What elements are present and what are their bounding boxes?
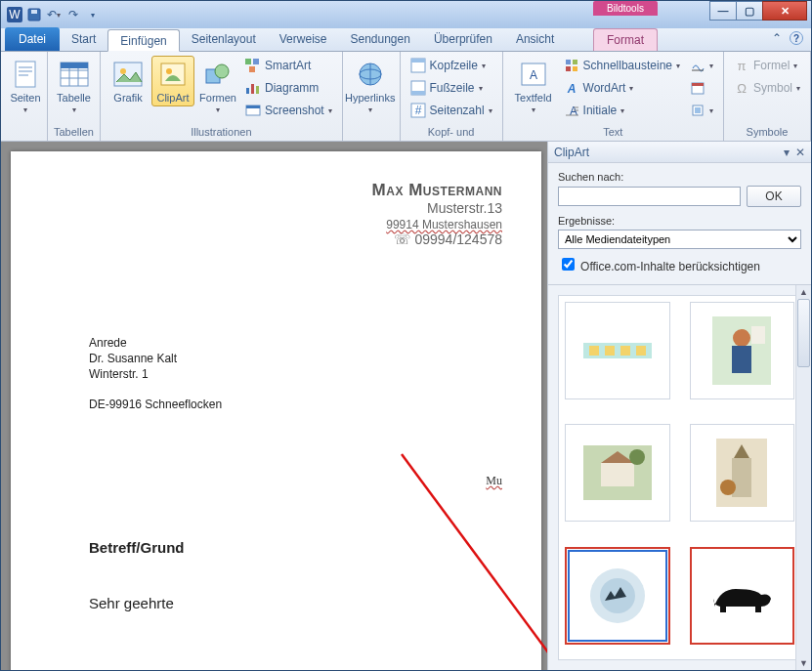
help-icon[interactable]: ?: [790, 31, 803, 45]
clipart-thumb-3[interactable]: [565, 424, 670, 522]
group-kopf-fusszeile: Kopfzeile▾ Fußzeile▾ #Seitenzahl▾ Kopf- …: [401, 52, 503, 141]
svg-rect-39: [566, 60, 571, 64]
minimize-button[interactable]: —: [709, 1, 737, 21]
tab-verweise[interactable]: Verweise: [268, 28, 339, 51]
group-tabellen: Tabelle ▾ Tabellen: [48, 52, 101, 141]
scroll-thumb[interactable]: [797, 299, 810, 367]
scroll-up-icon[interactable]: ▲: [796, 285, 811, 299]
diagramm-button[interactable]: Diagramm: [241, 78, 336, 98]
window-controls: — ▢ ✕: [710, 1, 807, 21]
group-text: A Textfeld ▾ Schnellbausteine▾ AWordArt▾…: [503, 52, 724, 141]
smartart-button[interactable]: SmartArt: [241, 56, 336, 75]
tabelle-button[interactable]: Tabelle ▾: [54, 56, 94, 117]
search-label: Suchen nach:: [558, 171, 801, 183]
svg-rect-40: [573, 60, 577, 64]
svg-rect-24: [251, 84, 254, 94]
seitenzahl-button[interactable]: #Seitenzahl▾: [406, 101, 496, 120]
media-type-select[interactable]: Alle Mediendateitypen: [558, 230, 801, 249]
office-com-checkbox-row[interactable]: Office.com-Inhalte berücksichtigen: [558, 255, 801, 273]
dropcap-icon: A: [564, 103, 579, 118]
diagramm-label: Diagramm: [265, 81, 319, 95]
tab-ueberpruefen[interactable]: Überprüfen: [422, 28, 504, 51]
recipient-name: Dr. Susanne Kalt: [89, 351, 502, 366]
datetime-button[interactable]: [686, 78, 717, 98]
clipart-icon: [157, 59, 189, 90]
clipart-search-section: Suchen nach: OK Ergebnisse: Alle Mediend…: [548, 163, 811, 285]
scroll-down-icon[interactable]: ▼: [796, 656, 811, 670]
document-page[interactable]: Max Mustermann Musterstr.13 99914 Muster…: [11, 151, 541, 670]
recipient-street: Winterstr. 1: [89, 366, 502, 382]
initiale-button[interactable]: AInitiale▾: [560, 101, 684, 120]
sender-name: Max Mustermann: [89, 181, 502, 200]
tab-start[interactable]: Start: [60, 28, 107, 51]
ribbon-minimize-icon[interactable]: ⌃: [772, 31, 782, 45]
text-group-label: Text: [509, 125, 717, 139]
redo-icon[interactable]: ↷: [65, 7, 81, 22]
tab-sendungen[interactable]: Sendungen: [338, 28, 421, 51]
office-com-checkbox[interactable]: [562, 258, 575, 271]
globe-link-icon: [355, 59, 386, 90]
svg-rect-55: [589, 346, 599, 356]
formen-button[interactable]: Formen ▾: [196, 56, 239, 117]
ribbon-right-controls: ⌃ ?: [772, 31, 803, 45]
seiten-button[interactable]: Seiten ▾: [7, 56, 44, 117]
results-scrollbar[interactable]: ▲ ▼: [795, 285, 811, 670]
pane-close-icon[interactable]: ✕: [795, 146, 805, 159]
hyperlinks-button[interactable]: Hyperlinks ▾: [349, 56, 392, 117]
header-icon: [410, 58, 426, 73]
textfeld-button[interactable]: A Textfeld ▾: [509, 56, 558, 117]
clipart-thumb-1[interactable]: [565, 302, 670, 399]
table-icon: [59, 59, 90, 90]
tab-file[interactable]: Datei: [5, 27, 60, 51]
svg-text:#: #: [414, 104, 421, 117]
blocks-icon: [564, 58, 579, 73]
pane-menu-icon[interactable]: ▾: [784, 146, 790, 159]
screenshot-button[interactable]: Screenshot▾: [241, 101, 336, 120]
close-button[interactable]: ✕: [762, 1, 807, 21]
results-label: Ergebnisse:: [558, 215, 801, 227]
formel-button[interactable]: πFormel▾: [730, 56, 804, 75]
wordart-button[interactable]: AWordArt▾: [560, 78, 684, 98]
schnellbausteine-button[interactable]: Schnellbausteine▾: [560, 56, 684, 75]
svg-rect-34: [411, 91, 425, 95]
document-area[interactable]: Max Mustermann Musterstr.13 99914 Muster…: [1, 142, 547, 670]
kopfzeile-button[interactable]: Kopfzeile▾: [406, 56, 496, 75]
clipart-grid[interactable]: [558, 295, 801, 660]
clipart-thumb-4[interactable]: [690, 424, 795, 522]
ribbon-tabs: Datei Start Einfügen Seitenlayout Verwei…: [1, 28, 811, 52]
tab-einfuegen[interactable]: Einfügen: [107, 29, 179, 52]
kopfzeile-label: Kopfzeile: [430, 59, 478, 72]
svg-rect-57: [620, 346, 630, 356]
svg-rect-32: [411, 59, 425, 63]
tab-format[interactable]: Format: [593, 28, 658, 51]
clipart-thumb-6[interactable]: [690, 547, 795, 645]
signature-line-button[interactable]: ▾: [686, 56, 717, 75]
search-input[interactable]: [558, 187, 741, 206]
svg-rect-20: [245, 59, 251, 64]
qat-more-icon[interactable]: ▾: [85, 7, 101, 22]
clipart-thumb-2[interactable]: [690, 302, 795, 399]
symbol-button[interactable]: ΩSymbol▾: [730, 78, 804, 98]
clipart-button[interactable]: ClipArt: [151, 56, 194, 106]
maximize-button[interactable]: ▢: [736, 1, 763, 21]
clipart-thumb-5-selected[interactable]: [565, 547, 670, 645]
tab-seitenlayout[interactable]: Seitenlayout: [180, 28, 268, 51]
clipart-pane-title[interactable]: ClipArt ▾✕: [548, 142, 811, 163]
ok-button[interactable]: OK: [747, 186, 801, 207]
save-icon[interactable]: [26, 7, 42, 22]
grafik-label: Grafik: [113, 92, 142, 104]
contextual-tab-caption: Bildtools: [593, 1, 658, 28]
tab-ansicht[interactable]: Ansicht: [504, 28, 566, 51]
schnell-label: Schnellbausteine: [583, 59, 672, 72]
datetime-icon: [690, 80, 705, 96]
svg-rect-52: [695, 107, 701, 113]
screenshot-label: Screenshot: [265, 104, 324, 117]
grafik-button[interactable]: Grafik: [107, 56, 150, 106]
fusszeile-button[interactable]: Fußzeile▾: [406, 78, 496, 98]
object-button[interactable]: ▾: [686, 101, 717, 120]
bildtools-caption: Bildtools: [593, 1, 658, 16]
svg-rect-21: [253, 59, 259, 64]
svg-rect-16: [161, 63, 185, 85]
undo-icon[interactable]: ↶▾: [46, 7, 62, 22]
title-bar: W ↶▾ ↷ ▾ Bildtools — ▢ ✕: [1, 1, 811, 28]
